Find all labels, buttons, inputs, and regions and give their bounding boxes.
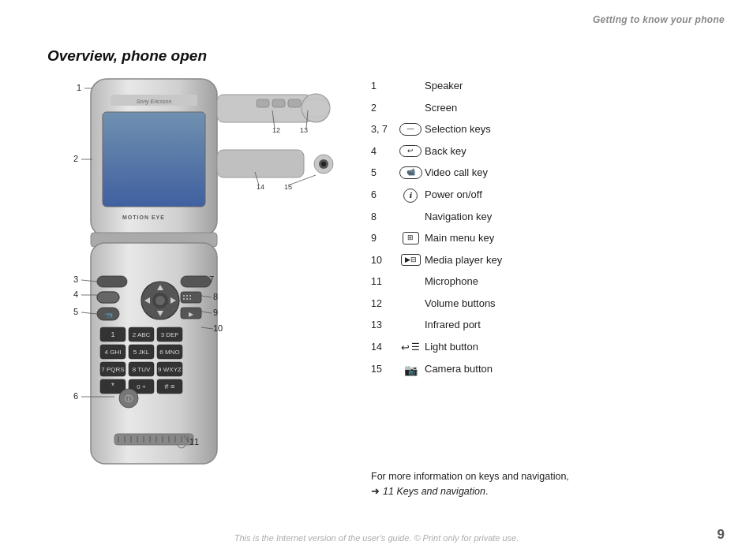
ref-label-3: Selection keys: [425, 122, 491, 136]
svg-text:0 +: 0 +: [137, 383, 146, 390]
footnote-text: For more information on keys and navigat…: [371, 471, 569, 482]
svg-text:*: *: [111, 382, 114, 390]
ref-icon-1: [396, 79, 425, 80]
ref-num-11: 11: [371, 274, 396, 289]
svg-point-29: [183, 298, 185, 300]
ref-icon-camera: 📷: [396, 362, 425, 379]
ref-num-13: 13: [371, 318, 396, 333]
svg-text:9: 9: [213, 308, 218, 317]
ref-label-9: Main menu key: [425, 231, 494, 245]
svg-text:14: 14: [257, 183, 264, 191]
ref-item-3: 3, 7 — Selection keys: [371, 122, 718, 137]
svg-text:6 MNO: 6 MNO: [159, 349, 179, 356]
svg-text:3: 3: [73, 274, 78, 284]
ref-item-8: 8 Navigation key: [371, 210, 718, 225]
svg-rect-22: [97, 292, 119, 303]
ref-icon-power: 𝒊: [396, 188, 425, 203]
ref-icon-2: [396, 101, 425, 102]
svg-rect-84: [217, 150, 304, 177]
page-title: Overview, phone open: [47, 47, 207, 65]
svg-rect-12: [181, 276, 211, 287]
ref-icon-ir: [396, 318, 425, 319]
ref-item-9: 9 ⊞ Main menu key: [371, 231, 718, 246]
footnote-arrow: ➜: [371, 486, 380, 497]
svg-rect-77: [288, 99, 301, 107]
ref-item-11: 11 Microphone: [371, 274, 718, 289]
svg-text:7: 7: [209, 274, 214, 284]
svg-text:1: 1: [77, 83, 81, 92]
svg-rect-75: [257, 99, 269, 107]
ref-label-4: Back key: [425, 144, 466, 159]
svg-point-26: [183, 295, 185, 297]
ref-label-11: Microphone: [425, 274, 478, 289]
ref-icon-video: 📹: [396, 166, 425, 179]
svg-text:1: 1: [111, 330, 114, 338]
ref-num-9: 9: [371, 231, 396, 246]
svg-rect-25: [181, 292, 201, 303]
svg-point-27: [186, 295, 188, 297]
ref-num-2: 2: [371, 101, 396, 116]
footnote: For more information on keys and navigat…: [371, 469, 718, 499]
reference-list: 1 Speaker 2 Screen 3, 7 — Selection keys…: [371, 79, 718, 385]
ref-icon-back: ↩: [396, 144, 425, 158]
footnote-link: 11 Keys and navigation: [383, 486, 485, 497]
ref-label-10: Media player key: [425, 253, 502, 267]
ref-num-15: 15: [371, 362, 396, 377]
svg-text:MOTION EYE: MOTION EYE: [122, 215, 165, 220]
ref-item-6: 6 𝒊 Power on/off: [371, 188, 718, 203]
svg-text:4: 4: [73, 289, 78, 299]
svg-text:Sony Ericsson: Sony Ericsson: [137, 99, 172, 105]
svg-point-78: [302, 94, 330, 122]
ref-icon-vol: [396, 297, 425, 297]
ref-item-14: 14 ↩☰ Light button: [371, 340, 718, 355]
page-footer: This is the Internet version of the user…: [0, 533, 753, 543]
ref-label-15: Camera button: [425, 362, 493, 376]
ref-label-2: Screen: [425, 101, 457, 115]
svg-point-30: [186, 298, 188, 300]
svg-text:9 WXYZ: 9 WXYZ: [158, 366, 182, 373]
ref-num-6: 6: [371, 188, 396, 203]
svg-point-31: [189, 298, 191, 300]
svg-text:12: 12: [272, 126, 280, 134]
ref-num-37: 3, 7: [371, 122, 396, 137]
ref-icon-light: ↩☰: [396, 340, 425, 355]
ref-label-8: Navigation key: [425, 210, 492, 224]
ref-label-6: Power on/off: [425, 188, 482, 202]
svg-rect-74: [217, 95, 312, 122]
ref-num-12: 12: [371, 297, 396, 312]
ref-num-1: 1: [371, 79, 396, 94]
ref-item-12: 12 Volume buttons: [371, 297, 718, 312]
ref-num-8: 8: [371, 210, 396, 225]
ref-item-10: 10 ▶⊟ Media player key: [371, 253, 718, 268]
ref-item-2: 2 Screen: [371, 101, 718, 116]
ref-label-1: Speaker: [425, 79, 463, 93]
ref-icon-menu: ⊞: [396, 231, 425, 245]
ref-label-12: Volume buttons: [425, 297, 496, 311]
svg-text:11: 11: [189, 437, 199, 446]
ref-num-5: 5: [371, 166, 396, 181]
svg-rect-11: [97, 276, 127, 287]
svg-text:4 GHI: 4 GHI: [105, 349, 122, 356]
svg-point-88: [321, 162, 326, 166]
svg-text:6: 6: [73, 391, 78, 401]
section-header: Getting to know your phone: [593, 14, 725, 25]
ref-num-4: 4: [371, 144, 396, 159]
svg-text:5: 5: [73, 307, 78, 316]
ref-item-4: 4 ↩ Back key: [371, 144, 718, 159]
ref-num-10: 10: [371, 253, 396, 268]
svg-text:# ≡: # ≡: [165, 383, 175, 390]
svg-text:2: 2: [73, 154, 78, 163]
ref-item-13: 13 Infrared port: [371, 318, 718, 333]
svg-rect-3: [103, 112, 205, 207]
svg-text:8: 8: [213, 292, 218, 301]
svg-text:10: 10: [213, 323, 223, 333]
svg-point-28: [189, 295, 191, 297]
svg-text:7 PQRS: 7 PQRS: [101, 366, 124, 373]
svg-text:ⓘ: ⓘ: [125, 394, 133, 403]
svg-rect-76: [272, 99, 285, 107]
svg-text:2 ABC: 2 ABC: [133, 331, 151, 338]
ref-icon-nav: [396, 210, 425, 211]
ref-item-15: 15 📷 Camera button: [371, 362, 718, 379]
page-number: 9: [717, 527, 725, 543]
ref-label-13: Infrared port: [425, 318, 481, 332]
